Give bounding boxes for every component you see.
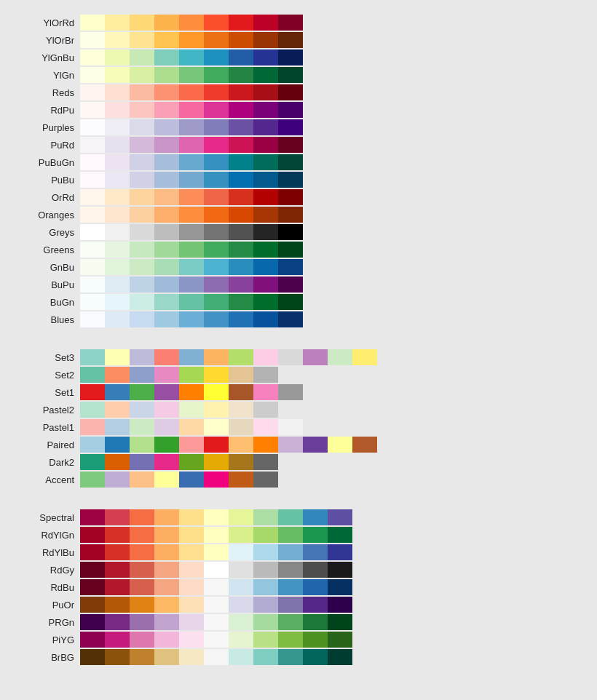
palette-row-gnbu: GnBu xyxy=(15,259,582,275)
color-swatch xyxy=(154,224,179,240)
color-swatch xyxy=(80,154,105,170)
color-swatch xyxy=(229,15,253,31)
color-swatch xyxy=(204,632,229,648)
color-swatch xyxy=(130,579,154,595)
color-swatch xyxy=(229,32,253,48)
color-swatch xyxy=(253,172,278,188)
palette-swatches xyxy=(80,311,303,327)
color-swatch xyxy=(105,419,130,435)
color-swatch xyxy=(229,311,253,327)
color-swatch xyxy=(80,419,105,435)
color-swatch xyxy=(253,67,278,83)
color-swatch xyxy=(154,614,179,630)
palette-label: Paired xyxy=(15,440,80,450)
palette-label: PuRd xyxy=(15,140,80,151)
color-swatch xyxy=(253,367,278,383)
palette-row-reds: Reds xyxy=(15,84,582,100)
color-swatch xyxy=(105,172,130,188)
color-swatch xyxy=(105,294,130,310)
color-swatch xyxy=(253,207,278,223)
color-swatch xyxy=(154,259,179,275)
color-swatch xyxy=(105,367,130,383)
color-swatch xyxy=(80,189,105,205)
color-swatch xyxy=(278,437,303,453)
color-swatch xyxy=(130,294,154,310)
color-swatch xyxy=(154,419,179,435)
color-swatch xyxy=(229,562,253,578)
color-swatch xyxy=(80,579,105,595)
palette-row-rdgy: RdGy xyxy=(15,562,582,578)
color-swatch xyxy=(80,294,105,310)
palette-swatches xyxy=(80,384,303,400)
sequential-section: YlOrRdYlOrBrYlGnBuYlGnRedsRdPuPurplesPuR… xyxy=(15,15,582,327)
color-swatch xyxy=(278,632,303,648)
palette-row-prgn: PRGn xyxy=(15,614,582,630)
color-swatch xyxy=(105,84,130,100)
color-swatch xyxy=(229,84,253,100)
color-swatch xyxy=(278,172,303,188)
palette-row-purples: Purples xyxy=(15,119,582,135)
color-swatch xyxy=(105,472,130,488)
color-swatch xyxy=(229,454,253,470)
color-swatch xyxy=(154,367,179,383)
palette-label: Set3 xyxy=(15,352,80,363)
color-swatch xyxy=(179,242,204,258)
color-swatch xyxy=(154,137,179,153)
color-swatch xyxy=(253,454,278,470)
color-swatch xyxy=(154,119,179,135)
color-swatch xyxy=(204,472,229,488)
palette-row-piyg: PiYG xyxy=(15,632,582,648)
color-swatch xyxy=(229,402,253,418)
color-swatch xyxy=(105,384,130,400)
color-swatch xyxy=(328,544,352,560)
color-swatch xyxy=(179,119,204,135)
palette-swatches xyxy=(80,84,303,100)
palette-label: BrBG xyxy=(15,652,80,663)
color-swatch xyxy=(204,544,229,560)
color-swatch xyxy=(204,259,229,275)
color-swatch xyxy=(80,49,105,65)
palette-label: RdYlGn xyxy=(15,530,80,541)
palette-row-pubugn: PuBuGn xyxy=(15,154,582,170)
color-swatch xyxy=(105,402,130,418)
palette-label: Oranges xyxy=(15,210,80,220)
color-swatch xyxy=(278,649,303,665)
color-swatch xyxy=(80,597,105,613)
color-swatch xyxy=(179,15,204,31)
palette-swatches xyxy=(80,67,303,83)
palette-label: Set2 xyxy=(15,370,80,381)
color-swatch xyxy=(80,562,105,578)
color-swatch xyxy=(229,242,253,258)
color-swatch xyxy=(154,527,179,543)
color-swatch xyxy=(278,137,303,153)
color-swatch xyxy=(204,102,229,118)
color-swatch xyxy=(204,402,229,418)
color-swatch xyxy=(253,119,278,135)
color-swatch xyxy=(105,544,130,560)
palette-swatches xyxy=(80,49,303,65)
color-swatch xyxy=(130,632,154,648)
color-swatch xyxy=(253,242,278,258)
color-swatch xyxy=(229,67,253,83)
color-swatch xyxy=(253,384,278,400)
color-swatch xyxy=(253,154,278,170)
color-swatch xyxy=(253,632,278,648)
color-swatch xyxy=(80,224,105,240)
color-swatch xyxy=(130,84,154,100)
color-swatch xyxy=(179,402,204,418)
palette-swatches xyxy=(80,224,303,240)
color-swatch xyxy=(253,259,278,275)
color-swatch xyxy=(105,437,130,453)
color-swatch xyxy=(253,84,278,100)
color-swatch xyxy=(130,154,154,170)
color-swatch xyxy=(105,277,130,293)
color-swatch xyxy=(303,509,328,525)
palette-swatches xyxy=(80,367,278,383)
palette-label: YlOrBr xyxy=(15,35,80,46)
color-swatch xyxy=(229,207,253,223)
color-swatch xyxy=(105,67,130,83)
color-swatch xyxy=(278,419,303,435)
palette-label: Purples xyxy=(15,122,80,133)
color-swatch xyxy=(154,509,179,525)
palette-swatches xyxy=(80,154,303,170)
